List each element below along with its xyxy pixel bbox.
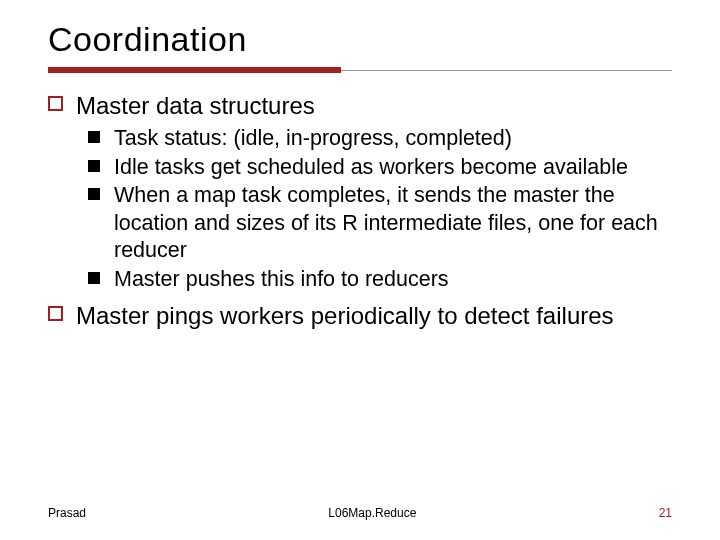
subbullet-text: Master pushes this info to reducers: [114, 266, 672, 294]
square-filled-icon: [88, 125, 114, 153]
subbullet-task-status: Task status: (idle, in-progress, complet…: [88, 125, 672, 153]
bullet-text: Master pings workers periodically to det…: [76, 301, 672, 331]
slide-title: Coordination: [48, 20, 672, 59]
subbullet-map-task-completes: When a map task completes, it sends the …: [88, 182, 672, 265]
subbullet-text: Idle tasks get scheduled as workers beco…: [114, 154, 672, 182]
subbullet-text: Task status: (idle, in-progress, complet…: [114, 125, 672, 153]
slide-body: Master data structures Task status: (idl…: [48, 91, 672, 331]
bullet-master-pings: Master pings workers periodically to det…: [48, 301, 672, 331]
bullet-text: Master data structures: [76, 91, 672, 121]
footer-page-number: 21: [659, 506, 672, 520]
bullet-master-data-structures: Master data structures: [48, 91, 672, 121]
title-rule: [48, 67, 672, 73]
subbullet-idle-tasks: Idle tasks get scheduled as workers beco…: [88, 154, 672, 182]
square-filled-icon: [88, 182, 114, 265]
subbullet-text: When a map task completes, it sends the …: [114, 182, 672, 265]
slide-footer: Prasad L06Map.Reduce 21: [48, 506, 672, 520]
sub-bullet-group: Task status: (idle, in-progress, complet…: [48, 125, 672, 293]
square-open-icon: [48, 91, 76, 121]
footer-deck: L06Map.Reduce: [328, 506, 416, 520]
square-filled-icon: [88, 154, 114, 182]
footer-author: Prasad: [48, 506, 86, 520]
square-open-icon: [48, 301, 76, 331]
subbullet-master-pushes: Master pushes this info to reducers: [88, 266, 672, 294]
square-filled-icon: [88, 266, 114, 294]
